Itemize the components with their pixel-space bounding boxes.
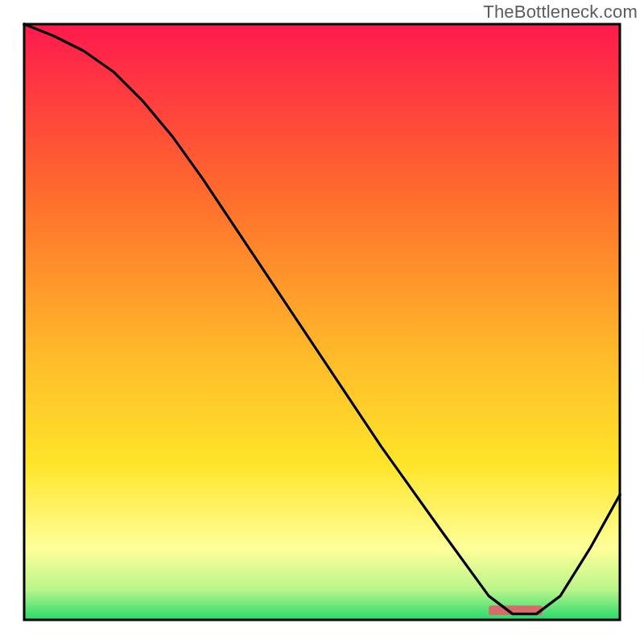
plot-background bbox=[24, 24, 620, 620]
chart-stage: TheBottleneck.com bbox=[0, 0, 644, 644]
chart-svg bbox=[0, 0, 644, 644]
watermark-text: TheBottleneck.com bbox=[483, 2, 638, 23]
